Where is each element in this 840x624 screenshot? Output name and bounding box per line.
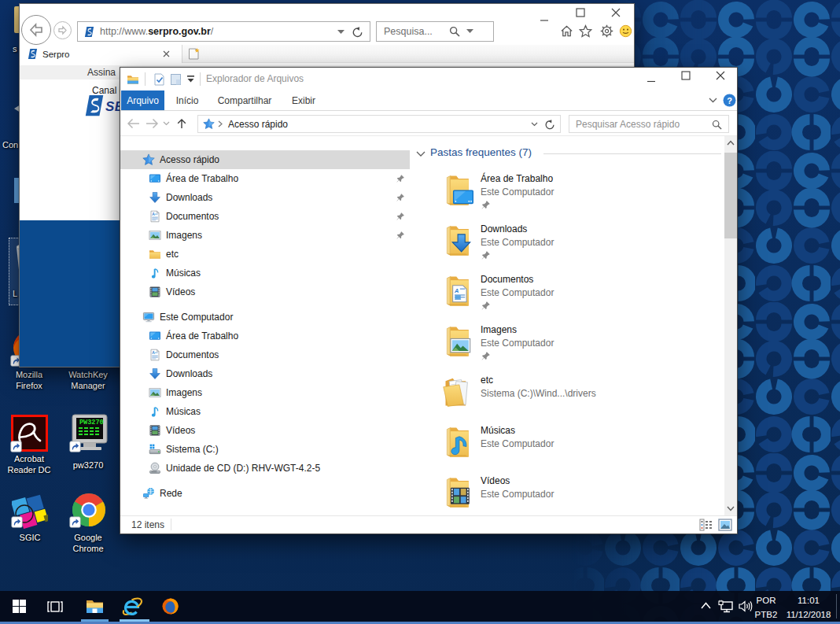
folder-item-downloads[interactable]: Downloads Este Computador <box>441 223 709 273</box>
sidebar-item-pc-downloads[interactable]: Downloads <box>120 364 410 383</box>
explorer-minimize-button[interactable] <box>646 73 657 84</box>
folder-item-musicas[interactable]: Músicas Este Computador <box>441 424 709 474</box>
ie-favicon <box>83 26 95 38</box>
explorer-maximize-button[interactable] <box>680 70 691 81</box>
sidebar-item-quick-access[interactable]: Acesso rápido <box>120 150 410 169</box>
sidebar-item-pc-sistema-c[interactable]: Sistema (C:) <box>120 440 410 459</box>
sidebar-item-qa-etc[interactable]: etc <box>120 245 410 264</box>
folder-item-etc[interactable]: etc Sistema (C:)\Wind...\drivers <box>441 374 709 424</box>
ie-tab-close-icon[interactable] <box>163 50 170 57</box>
task-view-icon <box>46 600 64 614</box>
ie-url-text: http://www.serpro.gov.br/ <box>100 26 213 37</box>
nav-up-icon[interactable] <box>175 117 188 130</box>
sidebar-item-pc-imagens[interactable]: Imagens <box>120 383 410 402</box>
sidebar-item-pc-musicas[interactable]: Músicas <box>120 402 410 421</box>
task-view-button[interactable] <box>38 591 72 622</box>
sidebar-item-qa-imagens[interactable]: Imagens <box>120 226 410 245</box>
breadcrumb[interactable]: Acesso rápido <box>228 119 288 130</box>
ie-refresh-icon[interactable] <box>352 26 363 39</box>
explorer-search-icon[interactable] <box>712 120 722 130</box>
explorer-qat-properties-icon[interactable] <box>153 73 165 86</box>
address-dropdown-icon[interactable] <box>531 122 538 127</box>
breadcrumb-chevron-icon[interactable] <box>218 120 223 127</box>
explorer-ribbon: Arquivo Início Compartilhar Exibir ? <box>120 90 737 111</box>
pin-icon <box>481 250 491 260</box>
group-header[interactable]: Pastas frequentes (7) <box>430 146 532 158</box>
nav-recent-dropdown-icon[interactable] <box>163 121 170 126</box>
ie-new-tab-button[interactable] <box>187 47 201 61</box>
ie-favorites-star-icon[interactable] <box>579 24 592 38</box>
sidebar-item-pc-videos[interactable]: Vídeos <box>120 421 410 440</box>
ie-search-icon[interactable] <box>449 26 460 37</box>
acrobat-label[interactable]: AcrobatReader DC <box>0 453 59 475</box>
ie-address-bar[interactable]: http://www.serpro.gov.br/ <box>77 21 370 42</box>
firefox-label[interactable]: MozillaFirefox <box>0 369 59 391</box>
ribbon-tab-inicio[interactable]: Início <box>169 90 205 110</box>
sidebar-item-qa-downloads[interactable]: Downloads <box>120 188 410 207</box>
explorer-address-bar[interactable]: Acesso rápido <box>197 115 561 133</box>
watchkey-label[interactable]: WatchKeyManager <box>58 369 118 391</box>
scrollbar[interactable] <box>724 136 737 515</box>
sidebar-item-pc-cd-drive[interactable]: Unidade de CD (D:) RHV-WGT-4.2-5 <box>120 459 410 478</box>
address-refresh-icon[interactable] <box>544 119 555 131</box>
show-desktop-button[interactable] <box>837 591 840 622</box>
screen: A <box>0 0 840 624</box>
film-icon <box>149 286 161 298</box>
taskbar-ie-button[interactable] <box>113 591 151 622</box>
ie-search-dropdown-icon[interactable] <box>466 29 473 34</box>
sidebar-item-pc-documentos[interactable]: Documentos <box>120 345 410 364</box>
sgic-label[interactable]: SGIC <box>0 532 60 543</box>
nav-forward-icon[interactable] <box>146 117 159 130</box>
details-view-button[interactable] <box>699 519 713 531</box>
tray-network-icon[interactable] <box>718 600 734 613</box>
scrollbar-down-icon[interactable] <box>727 506 735 511</box>
ie-search-box[interactable] <box>376 21 494 42</box>
explorer-qat-folder-icon[interactable] <box>127 73 139 86</box>
explorer-qat-customize-icon[interactable] <box>186 76 195 83</box>
ie-settings-gear-icon[interactable] <box>600 24 613 38</box>
thumbnail-view-button[interactable] <box>718 519 732 531</box>
scrollbar-thumb[interactable] <box>724 153 737 238</box>
ie-maximize-button[interactable] <box>575 7 586 18</box>
scrollbar-up-icon[interactable] <box>727 140 735 146</box>
sidebar-item-qa-documentos[interactable]: Documentos <box>120 207 410 226</box>
ribbon-help-icon[interactable]: ? <box>723 94 736 107</box>
sidebar-item-network[interactable]: Rede <box>120 484 410 503</box>
taskbar-explorer-button[interactable] <box>76 591 113 622</box>
sidebar-item-qa-videos[interactable]: Vídeos <box>120 282 410 301</box>
explorer-search-box[interactable] <box>569 115 729 133</box>
sidebar-item-qa-area-de-trabalho[interactable]: Área de Trabalho <box>120 169 410 188</box>
pw3270-label[interactable]: pw3270 <box>58 460 118 471</box>
tray-clock[interactable]: 11:0111/12/2018 <box>783 593 834 622</box>
ie-minimize-button[interactable] <box>539 12 550 23</box>
start-button[interactable] <box>0 591 38 622</box>
sidebar-item-this-pc[interactable]: Este Computador <box>120 308 410 327</box>
ie-tab-serpro[interactable]: Serpro <box>20 45 182 63</box>
explorer-close-button[interactable] <box>715 70 726 81</box>
sidebar-item-qa-musicas[interactable]: Músicas <box>120 264 410 282</box>
chrome-label[interactable]: GoogleChrome <box>58 532 118 554</box>
sidebar-item-pc-area-de-trabalho[interactable]: Área de Trabalho <box>120 327 410 345</box>
folder-item-area-de-trabalho[interactable]: Área de Trabalho Este Computador <box>441 172 709 223</box>
ie-home-icon[interactable] <box>560 24 573 38</box>
ie-smiley-icon[interactable] <box>619 24 632 38</box>
taskbar-firefox-button[interactable] <box>151 591 189 622</box>
tray-chevron-icon[interactable] <box>701 602 711 609</box>
folder-item-imagens[interactable]: Imagens Este Computador <box>441 323 709 374</box>
ribbon-tab-compartilhar[interactable]: Compartilhar <box>210 90 279 110</box>
ie-close-button[interactable] <box>610 7 621 18</box>
ie-search-input[interactable] <box>377 26 449 37</box>
group-collapse-chevron-icon[interactable] <box>416 151 426 157</box>
folder-item-documentos[interactable]: A Documentos Este Computador <box>441 273 709 323</box>
folder-item-videos[interactable]: Vídeos Este Computador <box>441 474 709 515</box>
cd-drive-icon <box>149 462 161 474</box>
ribbon-expand-chevron-icon[interactable] <box>709 98 717 103</box>
ribbon-tab-exibir[interactable]: Exibir <box>284 90 323 110</box>
explorer-search-input[interactable] <box>569 119 695 130</box>
explorer-qat-newfolder-icon[interactable] <box>170 73 182 86</box>
ribbon-tab-arquivo[interactable]: Arquivo <box>121 90 164 110</box>
address-quick-access-icon <box>203 118 215 130</box>
ie-address-dropdown-icon[interactable] <box>337 30 344 35</box>
nav-back-icon[interactable] <box>127 117 140 130</box>
tray-language-indicator[interactable]: PORPTB2 <box>749 593 783 622</box>
